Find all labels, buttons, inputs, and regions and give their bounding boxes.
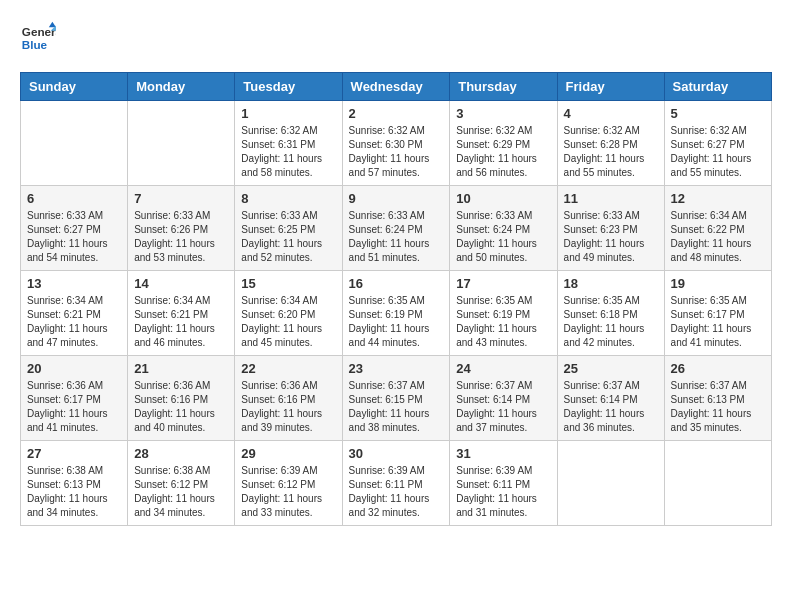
- day-info: Sunrise: 6:33 AMSunset: 6:24 PMDaylight:…: [456, 209, 550, 265]
- day-info: Sunrise: 6:37 AMSunset: 6:14 PMDaylight:…: [564, 379, 658, 435]
- day-info: Sunrise: 6:32 AMSunset: 6:29 PMDaylight:…: [456, 124, 550, 180]
- calendar-cell: 1Sunrise: 6:32 AMSunset: 6:31 PMDaylight…: [235, 101, 342, 186]
- day-info: Sunrise: 6:34 AMSunset: 6:22 PMDaylight:…: [671, 209, 765, 265]
- day-number: 7: [134, 191, 228, 206]
- week-row-2: 6Sunrise: 6:33 AMSunset: 6:27 PMDaylight…: [21, 186, 772, 271]
- day-number: 10: [456, 191, 550, 206]
- header-row: SundayMondayTuesdayWednesdayThursdayFrid…: [21, 73, 772, 101]
- header-day-monday: Monday: [128, 73, 235, 101]
- calendar-cell: [664, 441, 771, 526]
- day-info: Sunrise: 6:39 AMSunset: 6:12 PMDaylight:…: [241, 464, 335, 520]
- calendar-cell: 19Sunrise: 6:35 AMSunset: 6:17 PMDayligh…: [664, 271, 771, 356]
- calendar-cell: 20Sunrise: 6:36 AMSunset: 6:17 PMDayligh…: [21, 356, 128, 441]
- day-info: Sunrise: 6:38 AMSunset: 6:12 PMDaylight:…: [134, 464, 228, 520]
- day-info: Sunrise: 6:37 AMSunset: 6:13 PMDaylight:…: [671, 379, 765, 435]
- day-info: Sunrise: 6:39 AMSunset: 6:11 PMDaylight:…: [456, 464, 550, 520]
- day-info: Sunrise: 6:34 AMSunset: 6:21 PMDaylight:…: [134, 294, 228, 350]
- day-info: Sunrise: 6:36 AMSunset: 6:16 PMDaylight:…: [134, 379, 228, 435]
- day-number: 3: [456, 106, 550, 121]
- day-info: Sunrise: 6:35 AMSunset: 6:17 PMDaylight:…: [671, 294, 765, 350]
- logo: General Blue: [20, 20, 56, 56]
- day-number: 2: [349, 106, 444, 121]
- day-number: 29: [241, 446, 335, 461]
- day-number: 24: [456, 361, 550, 376]
- day-info: Sunrise: 6:33 AMSunset: 6:24 PMDaylight:…: [349, 209, 444, 265]
- day-info: Sunrise: 6:32 AMSunset: 6:31 PMDaylight:…: [241, 124, 335, 180]
- day-number: 6: [27, 191, 121, 206]
- calendar-header: SundayMondayTuesdayWednesdayThursdayFrid…: [21, 73, 772, 101]
- calendar-cell: [21, 101, 128, 186]
- calendar-cell: 31Sunrise: 6:39 AMSunset: 6:11 PMDayligh…: [450, 441, 557, 526]
- day-info: Sunrise: 6:32 AMSunset: 6:30 PMDaylight:…: [349, 124, 444, 180]
- day-number: 28: [134, 446, 228, 461]
- calendar-cell: 18Sunrise: 6:35 AMSunset: 6:18 PMDayligh…: [557, 271, 664, 356]
- calendar-cell: 26Sunrise: 6:37 AMSunset: 6:13 PMDayligh…: [664, 356, 771, 441]
- day-info: Sunrise: 6:35 AMSunset: 6:19 PMDaylight:…: [349, 294, 444, 350]
- day-info: Sunrise: 6:36 AMSunset: 6:17 PMDaylight:…: [27, 379, 121, 435]
- calendar-cell: 14Sunrise: 6:34 AMSunset: 6:21 PMDayligh…: [128, 271, 235, 356]
- calendar-cell: 16Sunrise: 6:35 AMSunset: 6:19 PMDayligh…: [342, 271, 450, 356]
- calendar-cell: [128, 101, 235, 186]
- day-number: 19: [671, 276, 765, 291]
- day-number: 11: [564, 191, 658, 206]
- calendar-cell: 10Sunrise: 6:33 AMSunset: 6:24 PMDayligh…: [450, 186, 557, 271]
- day-number: 9: [349, 191, 444, 206]
- calendar-cell: 5Sunrise: 6:32 AMSunset: 6:27 PMDaylight…: [664, 101, 771, 186]
- calendar-cell: 3Sunrise: 6:32 AMSunset: 6:29 PMDaylight…: [450, 101, 557, 186]
- logo-icon: General Blue: [20, 20, 56, 56]
- day-number: 22: [241, 361, 335, 376]
- day-info: Sunrise: 6:33 AMSunset: 6:27 PMDaylight:…: [27, 209, 121, 265]
- header-day-sunday: Sunday: [21, 73, 128, 101]
- day-info: Sunrise: 6:33 AMSunset: 6:26 PMDaylight:…: [134, 209, 228, 265]
- calendar-cell: 24Sunrise: 6:37 AMSunset: 6:14 PMDayligh…: [450, 356, 557, 441]
- day-info: Sunrise: 6:38 AMSunset: 6:13 PMDaylight:…: [27, 464, 121, 520]
- calendar-cell: 22Sunrise: 6:36 AMSunset: 6:16 PMDayligh…: [235, 356, 342, 441]
- day-info: Sunrise: 6:34 AMSunset: 6:21 PMDaylight:…: [27, 294, 121, 350]
- calendar-cell: 25Sunrise: 6:37 AMSunset: 6:14 PMDayligh…: [557, 356, 664, 441]
- header-day-friday: Friday: [557, 73, 664, 101]
- day-number: 12: [671, 191, 765, 206]
- day-info: Sunrise: 6:35 AMSunset: 6:19 PMDaylight:…: [456, 294, 550, 350]
- calendar-body: 1Sunrise: 6:32 AMSunset: 6:31 PMDaylight…: [21, 101, 772, 526]
- day-number: 4: [564, 106, 658, 121]
- day-info: Sunrise: 6:36 AMSunset: 6:16 PMDaylight:…: [241, 379, 335, 435]
- calendar-cell: 27Sunrise: 6:38 AMSunset: 6:13 PMDayligh…: [21, 441, 128, 526]
- header-day-thursday: Thursday: [450, 73, 557, 101]
- calendar-cell: 28Sunrise: 6:38 AMSunset: 6:12 PMDayligh…: [128, 441, 235, 526]
- calendar-cell: 21Sunrise: 6:36 AMSunset: 6:16 PMDayligh…: [128, 356, 235, 441]
- calendar-cell: 6Sunrise: 6:33 AMSunset: 6:27 PMDaylight…: [21, 186, 128, 271]
- calendar-cell: 23Sunrise: 6:37 AMSunset: 6:15 PMDayligh…: [342, 356, 450, 441]
- header-day-wednesday: Wednesday: [342, 73, 450, 101]
- calendar-cell: 2Sunrise: 6:32 AMSunset: 6:30 PMDaylight…: [342, 101, 450, 186]
- day-info: Sunrise: 6:32 AMSunset: 6:28 PMDaylight:…: [564, 124, 658, 180]
- day-info: Sunrise: 6:33 AMSunset: 6:25 PMDaylight:…: [241, 209, 335, 265]
- week-row-1: 1Sunrise: 6:32 AMSunset: 6:31 PMDaylight…: [21, 101, 772, 186]
- day-number: 1: [241, 106, 335, 121]
- calendar-cell: 15Sunrise: 6:34 AMSunset: 6:20 PMDayligh…: [235, 271, 342, 356]
- calendar-cell: 29Sunrise: 6:39 AMSunset: 6:12 PMDayligh…: [235, 441, 342, 526]
- day-info: Sunrise: 6:39 AMSunset: 6:11 PMDaylight:…: [349, 464, 444, 520]
- day-number: 25: [564, 361, 658, 376]
- day-info: Sunrise: 6:33 AMSunset: 6:23 PMDaylight:…: [564, 209, 658, 265]
- week-row-5: 27Sunrise: 6:38 AMSunset: 6:13 PMDayligh…: [21, 441, 772, 526]
- calendar-cell: 9Sunrise: 6:33 AMSunset: 6:24 PMDaylight…: [342, 186, 450, 271]
- calendar-cell: 8Sunrise: 6:33 AMSunset: 6:25 PMDaylight…: [235, 186, 342, 271]
- calendar-cell: 4Sunrise: 6:32 AMSunset: 6:28 PMDaylight…: [557, 101, 664, 186]
- day-number: 18: [564, 276, 658, 291]
- day-number: 27: [27, 446, 121, 461]
- day-number: 31: [456, 446, 550, 461]
- day-number: 30: [349, 446, 444, 461]
- day-info: Sunrise: 6:35 AMSunset: 6:18 PMDaylight:…: [564, 294, 658, 350]
- day-number: 15: [241, 276, 335, 291]
- calendar-cell: 7Sunrise: 6:33 AMSunset: 6:26 PMDaylight…: [128, 186, 235, 271]
- day-number: 8: [241, 191, 335, 206]
- calendar-cell: [557, 441, 664, 526]
- day-info: Sunrise: 6:34 AMSunset: 6:20 PMDaylight:…: [241, 294, 335, 350]
- day-number: 21: [134, 361, 228, 376]
- day-number: 20: [27, 361, 121, 376]
- day-number: 17: [456, 276, 550, 291]
- day-info: Sunrise: 6:37 AMSunset: 6:14 PMDaylight:…: [456, 379, 550, 435]
- day-number: 13: [27, 276, 121, 291]
- svg-text:Blue: Blue: [22, 38, 48, 51]
- calendar-cell: 13Sunrise: 6:34 AMSunset: 6:21 PMDayligh…: [21, 271, 128, 356]
